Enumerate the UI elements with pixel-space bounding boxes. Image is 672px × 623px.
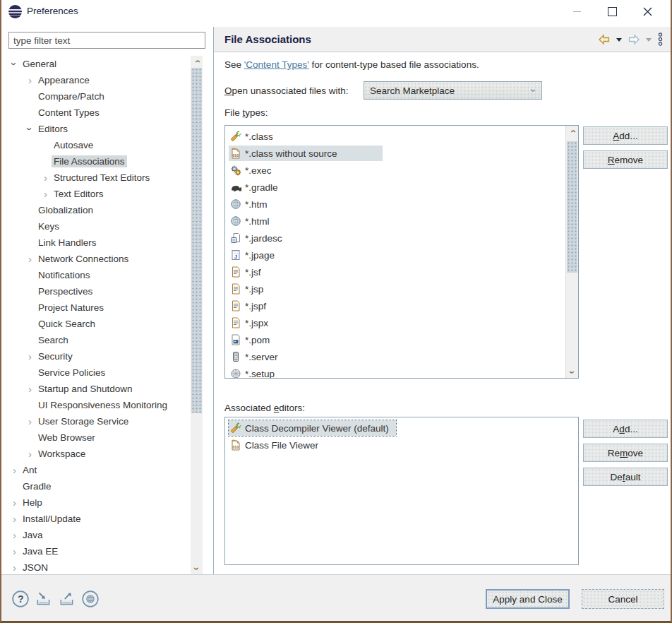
file-type-item[interactable]: *.class: [225, 128, 578, 145]
file-type-item[interactable]: *.server: [225, 348, 578, 365]
tree-item-content-types[interactable]: Content Types: [7, 105, 189, 121]
chevron-collapsed-icon[interactable]: ›: [24, 351, 36, 362]
tree-item-ant[interactable]: ›Ant: [7, 462, 189, 478]
file-type-item[interactable]: *.jardesc: [225, 230, 578, 247]
scroll-down-icon[interactable]: ›: [191, 563, 203, 575]
forward-arrow-icon: [628, 34, 640, 45]
file-type-item[interactable]: *.html: [225, 213, 578, 230]
tree-item-install-update[interactable]: ›Install/Update: [7, 511, 189, 527]
file-types-scrollbar[interactable]: › ›: [565, 126, 578, 378]
content-types-link[interactable]: 'Content Types': [244, 59, 309, 70]
file-type-item[interactable]: *.jspx: [225, 314, 578, 331]
file-type-item[interactable]: *.setup: [225, 365, 578, 379]
maximize-icon[interactable]: [594, 0, 630, 23]
tree-item-user-storage-service[interactable]: ›User Storage Service: [7, 413, 189, 429]
apply-and-close-button[interactable]: Apply and Close: [486, 589, 570, 609]
default-button[interactable]: Default: [583, 468, 668, 486]
tree-item-security[interactable]: ›Security: [7, 348, 189, 364]
import-preferences-icon[interactable]: [35, 590, 53, 608]
view-menu-icon[interactable]: [657, 32, 664, 46]
remove-button[interactable]: Remove: [583, 150, 668, 169]
close-icon[interactable]: [630, 0, 665, 23]
tree-item-service-policies[interactable]: Service Policies: [7, 364, 189, 381]
scroll-up-icon[interactable]: ›: [567, 126, 578, 138]
scroll-down-icon[interactable]: ›: [567, 367, 578, 379]
scroll-up-icon[interactable]: ›: [191, 56, 203, 68]
panel-divider: [213, 27, 214, 574]
tree-item-search[interactable]: Search: [7, 332, 189, 348]
associated-editor-item[interactable]: 010Class File Viewer: [225, 437, 578, 453]
chevron-collapsed-icon[interactable]: ›: [24, 449, 36, 459]
tree-item-workspace[interactable]: ›Workspace: [7, 446, 189, 462]
chevron-expanded-icon[interactable]: ›: [25, 123, 35, 135]
tree-item-keys[interactable]: Keys: [7, 218, 189, 235]
file-type-item[interactable]: *.jsf: [225, 263, 578, 280]
chevron-collapsed-icon[interactable]: ›: [24, 384, 36, 394]
tree-item-general[interactable]: ›General: [7, 56, 189, 72]
file-type-item-label: *.gradle: [245, 182, 278, 193]
tree-item-network-connections[interactable]: ›Network Connections: [7, 251, 189, 267]
tree-item-text-editors[interactable]: ›Text Editors: [7, 186, 189, 202]
remove-button[interactable]: Remove: [583, 444, 668, 462]
filter-input[interactable]: [8, 32, 205, 49]
tree-item-label: Compare/Patch: [36, 90, 107, 102]
file-type-item[interactable]: *.exec: [225, 162, 578, 179]
tree-item-autosave[interactable]: Autosave: [7, 137, 189, 153]
tree-item-ui-responsiveness-monitoring[interactable]: UI Responsiveness Monitoring: [7, 397, 189, 413]
add-button[interactable]: Add...: [583, 126, 668, 145]
file-types-scrollbar-thumb[interactable]: [567, 141, 577, 273]
file-type-item-label: *.server: [245, 352, 278, 362]
file-type-item[interactable]: 010*.class without source: [225, 145, 578, 162]
tree-item-help[interactable]: ›Help: [7, 494, 189, 511]
tree-item-java-ee[interactable]: ›Java EE: [7, 543, 189, 559]
tree-item-link-handlers[interactable]: Link Handlers: [7, 235, 189, 251]
chevron-collapsed-icon[interactable]: ›: [8, 497, 20, 508]
open-with-select[interactable]: Search Marketplace ›: [364, 81, 542, 100]
tree-item-quick-search[interactable]: Quick Search: [7, 316, 189, 332]
add-button[interactable]: Add...: [583, 420, 668, 438]
tree-scrollbar[interactable]: › ›: [191, 56, 203, 574]
tree-item-file-associations[interactable]: File Associations: [7, 153, 189, 170]
tree-item-gradle[interactable]: Gradle: [7, 478, 189, 494]
tree-item-perspectives[interactable]: Perspectives: [7, 283, 189, 299]
chevron-collapsed-icon[interactable]: ›: [8, 514, 20, 524]
chevron-collapsed-icon[interactable]: ›: [8, 562, 20, 573]
preference-recorder-icon[interactable]: [81, 590, 100, 608]
chevron-expanded-icon[interactable]: ›: [9, 58, 20, 70]
chevron-collapsed-icon[interactable]: ›: [8, 546, 20, 557]
chevron-collapsed-icon[interactable]: ›: [24, 75, 36, 85]
back-history-dropdown-icon[interactable]: [616, 37, 623, 42]
file-type-item[interactable]: *.jspf: [225, 297, 578, 314]
tree-item-web-browser[interactable]: Web Browser: [7, 429, 189, 446]
file-type-item[interactable]: *.pom: [225, 331, 578, 348]
setup-icon: [230, 368, 241, 379]
tree-item-startup-and-shutdown[interactable]: ›Startup and Shutdown: [7, 381, 189, 397]
tree-item-compare-patch[interactable]: Compare/Patch: [7, 88, 189, 105]
file-type-item[interactable]: *.gradle: [225, 179, 578, 196]
chevron-collapsed-icon[interactable]: ›: [24, 416, 36, 427]
tree-item-label: File Associations: [52, 155, 127, 167]
tree-item-notifications[interactable]: Notifications: [7, 267, 189, 283]
tree-item-structured-text-editors[interactable]: ›Structured Text Editors: [7, 170, 189, 186]
tree-item-json[interactable]: ›JSON: [7, 559, 189, 574]
tree-item-editors[interactable]: ›Editors: [7, 121, 189, 137]
chevron-collapsed-icon[interactable]: ›: [40, 172, 52, 183]
export-preferences-icon[interactable]: [58, 590, 76, 608]
tree-item-globalization[interactable]: Globalization: [7, 202, 189, 218]
associated-editor-item[interactable]: Class Decompiler Viewer (default): [225, 420, 578, 437]
chevron-collapsed-icon[interactable]: ›: [8, 530, 20, 540]
cancel-button[interactable]: Cancel: [582, 589, 664, 609]
file-type-item[interactable]: J*.jpage: [225, 247, 578, 263]
file-type-item[interactable]: *.jsp: [225, 280, 578, 297]
tree-item-project-natures[interactable]: Project Natures: [7, 299, 189, 316]
chevron-collapsed-icon[interactable]: ›: [8, 465, 20, 475]
tree-item-appearance[interactable]: ›Appearance: [7, 72, 189, 88]
file-type-item[interactable]: *.htm: [225, 196, 578, 213]
tree-scrollbar-thumb[interactable]: [191, 68, 202, 413]
back-arrow-icon[interactable]: [598, 34, 611, 45]
tree-item-java[interactable]: ›Java: [7, 527, 189, 543]
chevron-collapsed-icon[interactable]: ›: [24, 254, 36, 264]
chevron-collapsed-icon[interactable]: ›: [40, 189, 52, 199]
help-icon[interactable]: ?: [11, 590, 30, 608]
file-type-item-label: *.class: [245, 131, 273, 142]
